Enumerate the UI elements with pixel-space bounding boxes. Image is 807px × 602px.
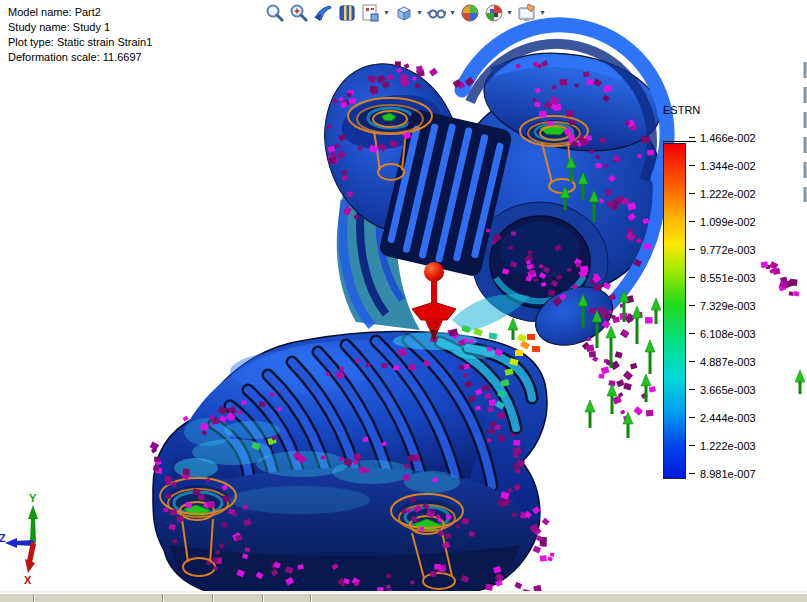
legend-value: 3.665e-003 (700, 384, 756, 396)
legend-value: 9.772e-003 (700, 244, 756, 256)
view-orientation-dropdown[interactable]: ▾ (382, 2, 391, 24)
shaded-display-button[interactable] (458, 2, 480, 24)
triad-z-label: Z (0, 532, 6, 544)
status-pane-divider (212, 594, 214, 602)
status-pane-divider (262, 594, 264, 602)
legend-value: 1.222e-002 (700, 188, 756, 200)
shaded-display-icon (459, 2, 479, 24)
legend-value: 8.981e-007 (700, 468, 756, 480)
legend-value: 1.344e-002 (700, 160, 756, 172)
view-orientation-button[interactable] (359, 2, 381, 24)
rotate-view-icon (312, 2, 332, 24)
model-name-line: Model name: Part2 (8, 5, 152, 20)
zoom-in-out-button[interactable] (287, 2, 309, 24)
model-upper-body (304, 25, 668, 356)
legend-value: 2.444e-003 (700, 412, 756, 424)
legend-value: 1.466e-002 (700, 132, 756, 144)
rotate-view-button[interactable] (311, 2, 333, 24)
display-tools-button[interactable] (515, 2, 537, 24)
study-name-line: Study name: Study 1 (8, 20, 152, 35)
zoom-in-out-icon (288, 2, 308, 24)
legend-value: 8.551e-003 (700, 272, 756, 284)
view-settings-dropdown[interactable]: ▾ (448, 2, 457, 24)
legend-title: ESTRN (663, 104, 700, 116)
orientation-triad: Y Z X (0, 492, 38, 586)
standard-views-icon (393, 2, 413, 24)
section-view-icon (336, 2, 356, 24)
zoom-to-area-button[interactable] (263, 2, 285, 24)
deformation-scale-line: Deformation scale: 11.6697 (8, 50, 152, 65)
view-orientation-icon (360, 2, 380, 24)
view-settings-button[interactable] (425, 2, 447, 24)
plot-info: Model name: Part2 Study name: Study 1 Pl… (8, 5, 152, 65)
status-pane-divider (162, 594, 164, 602)
render-options-dropdown[interactable]: ▾ (505, 2, 514, 24)
plot-type-line: Plot type: Static strain Strain1 (8, 35, 152, 50)
display-tools-dropdown[interactable]: ▾ (538, 2, 547, 24)
render-options-icon (483, 2, 503, 24)
zoom-to-area-icon (264, 2, 284, 24)
standard-views-button[interactable] (392, 2, 414, 24)
view-toolbar: ▾ ▾ ▾ (262, 1, 547, 25)
legend-value: 1.222e-003 (700, 440, 756, 452)
triad-x-label: X (24, 574, 32, 586)
legend-value: 4.887e-003 (700, 356, 756, 368)
simulation-window: Y Z X Model name: Part2 Study name: Stud… (0, 0, 807, 602)
view-settings-icon (426, 2, 446, 24)
display-tools-icon (516, 2, 536, 24)
render-options-button[interactable] (482, 2, 504, 24)
legend-value: 1.099e-002 (700, 216, 756, 228)
status-pane-divider (33, 594, 35, 602)
section-view-button[interactable] (335, 2, 357, 24)
status-pane-divider (310, 594, 312, 602)
standard-views-dropdown[interactable]: ▾ (415, 2, 424, 24)
triad-y-label: Y (29, 492, 37, 504)
legend-value: 6.108e-003 (700, 328, 756, 340)
legend-labels: 1.466e-002 1.344e-002 1.222e-002 1.099e-… (689, 131, 756, 480)
status-bar (0, 593, 807, 602)
legend-value: 7.329e-003 (700, 300, 756, 312)
legend-color-bar (663, 143, 686, 479)
